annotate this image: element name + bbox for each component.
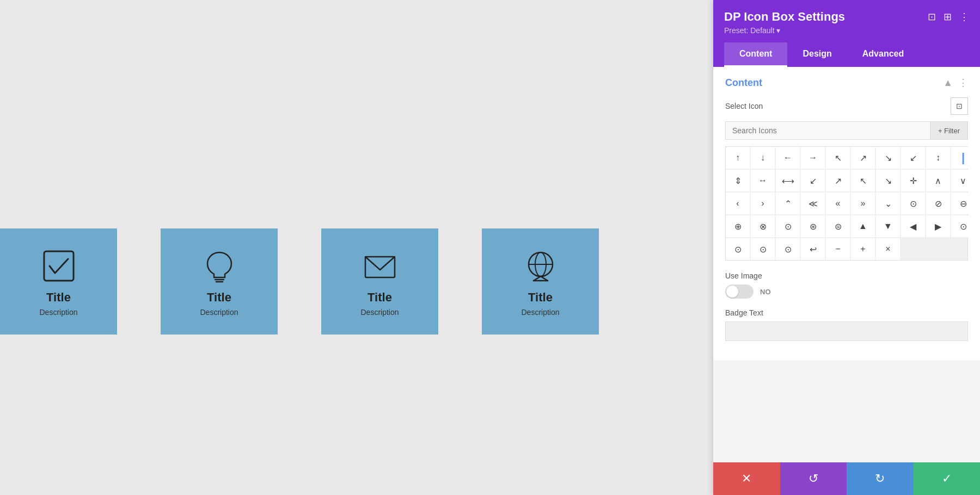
icon-cell[interactable]: ×	[876, 238, 900, 260]
icon-cell[interactable]: ↘	[876, 170, 900, 191]
use-image-field: Use Image NO	[725, 271, 968, 299]
section-title: Content	[725, 77, 762, 89]
search-icons-input[interactable]	[726, 122, 930, 139]
icon-cell[interactable]: ↩	[801, 238, 825, 260]
icon-cell[interactable]: |	[951, 147, 968, 169]
icon-box-3[interactable]: Title Description	[321, 228, 438, 335]
badge-text-field: Badge Text	[725, 308, 968, 341]
cancel-icon: ✕	[742, 472, 751, 486]
toggle-thumb	[726, 286, 738, 298]
envelope-icon	[361, 247, 399, 285]
icon-box-2[interactable]: Title Description	[161, 228, 278, 335]
icon-cell[interactable]: ↙	[801, 170, 825, 191]
refresh-button[interactable]: ↻	[847, 462, 914, 495]
section-collapse-icon[interactable]: ▲	[943, 77, 953, 89]
icon-cell[interactable]: ⊙	[726, 238, 750, 260]
icon-cell[interactable]: ↔	[751, 170, 775, 191]
panel-header-icons: ⊡ ⊞ ⋮	[928, 11, 969, 23]
icon-cell[interactable]: ⌄	[876, 193, 900, 214]
icon-cell[interactable]: ↗	[851, 147, 875, 169]
icon-cell[interactable]: ✛	[901, 170, 925, 191]
panel-more-icon[interactable]: ⋮	[959, 11, 969, 23]
icon-cell[interactable]: ◀	[901, 215, 925, 237]
icon-cell[interactable]: +	[851, 238, 875, 260]
icon-cell[interactable]: ↕	[926, 147, 950, 169]
panel-header: DP Icon Box Settings ⊡ ⊞ ⋮ Preset: Defau…	[713, 0, 980, 67]
icon-box-4[interactable]: Title Description	[482, 228, 599, 335]
tab-advanced[interactable]: Advanced	[847, 42, 919, 67]
search-filter-row: + Filter	[725, 121, 968, 140]
icon-cell[interactable]: ⊜	[826, 215, 850, 237]
icon-cell[interactable]: ↗	[826, 170, 850, 191]
section-header: Content ▲ ⋮	[725, 77, 968, 89]
section-more-icon[interactable]: ⋮	[958, 77, 968, 89]
icon-cell[interactable]: ↑	[726, 147, 750, 169]
icon-cell[interactable]: ←	[776, 147, 800, 169]
select-icon-row: Select Icon ⊡	[725, 97, 968, 115]
section-header-icons: ▲ ⋮	[943, 77, 968, 89]
icon-cell[interactable]: →	[801, 147, 825, 169]
panel-split-icon[interactable]: ⊞	[944, 11, 952, 23]
icon-cell[interactable]: ⊙	[776, 238, 800, 260]
svg-rect-0	[44, 251, 74, 281]
icon-cell[interactable]: ⊛	[801, 215, 825, 237]
reset-icon: ↺	[808, 472, 818, 486]
use-image-label: Use Image	[725, 271, 968, 280]
icon-cell[interactable]: ‹	[726, 193, 750, 214]
icon-cell[interactable]: ▶	[926, 215, 950, 237]
icon-cell[interactable]: ↖	[851, 170, 875, 191]
filter-btn[interactable]: + Filter	[930, 122, 967, 139]
icon-cell[interactable]: »	[851, 193, 875, 214]
select-icon-label: Select Icon	[725, 102, 763, 110]
icon-cell[interactable]: ↙	[901, 147, 925, 169]
select-icon-expand-btn[interactable]: ⊡	[951, 97, 968, 115]
settings-panel: DP Icon Box Settings ⊡ ⊞ ⋮ Preset: Defau…	[713, 0, 980, 495]
globe-icon	[522, 247, 560, 285]
icon-cell[interactable]: ∧	[926, 170, 950, 191]
refresh-icon: ↻	[875, 472, 885, 486]
icon-cell[interactable]: ▲	[851, 215, 875, 237]
icon-box-4-desc: Description	[521, 308, 559, 317]
panel-body: Content ▲ ⋮ Select Icon ⊡ + Filter	[713, 67, 980, 462]
panel-preset[interactable]: Preset: Default ▾	[724, 26, 969, 35]
icon-cell[interactable]: ⊙	[751, 238, 775, 260]
icon-cell[interactable]: ↘	[876, 147, 900, 169]
icon-box-1[interactable]: Title Description	[0, 228, 117, 335]
reset-button[interactable]: ↺	[780, 462, 847, 495]
use-image-toggle[interactable]	[725, 284, 754, 299]
panel-expand-icon[interactable]: ⊡	[928, 11, 936, 23]
icon-cell[interactable]: ⊘	[926, 193, 950, 214]
icon-grid: ↑ ↓ ← → ↖ ↗ ↘ ↙ ↕ | ⇕ ↔ ⟷ ↙ ↗ ↖	[725, 146, 968, 261]
cancel-button[interactable]: ✕	[713, 462, 780, 495]
save-icon: ✓	[942, 472, 952, 486]
icon-cell[interactable]: ⌃	[776, 193, 800, 214]
icon-boxes-row: Title Description Title Description Titl…	[0, 228, 599, 335]
badge-text-input[interactable]	[725, 321, 968, 341]
icon-cell[interactable]: «	[826, 193, 850, 214]
icon-cell[interactable]: −	[826, 238, 850, 260]
icon-cell[interactable]: ↓	[751, 147, 775, 169]
icon-cell[interactable]: ⟷	[776, 170, 800, 191]
panel-tabs: Content Design Advanced	[724, 42, 969, 67]
icon-cell[interactable]: ⊙	[776, 215, 800, 237]
icon-cell[interactable]: ▼	[876, 215, 900, 237]
icon-cell[interactable]: ⊕	[726, 215, 750, 237]
icon-box-3-title: Title	[367, 290, 392, 305]
icon-cell[interactable]: ⊙	[901, 193, 925, 214]
icon-cell[interactable]: ›	[751, 193, 775, 214]
icon-cell[interactable]: ↖	[826, 147, 850, 169]
checkbox-icon	[40, 247, 78, 285]
icon-box-4-title: Title	[528, 290, 553, 305]
icon-cell[interactable]: ⊖	[951, 193, 968, 214]
icon-cell[interactable]: ⊙	[951, 215, 968, 237]
tab-design[interactable]: Design	[787, 42, 847, 67]
icon-cell[interactable]: ⇕	[726, 170, 750, 191]
lightbulb-icon	[200, 247, 238, 285]
tab-content[interactable]: Content	[724, 42, 787, 67]
content-section: Content ▲ ⋮ Select Icon ⊡ + Filter	[713, 67, 980, 361]
save-button[interactable]: ✓	[914, 462, 981, 495]
icon-cell[interactable]: ⊗	[751, 215, 775, 237]
icon-cell[interactable]: ≪	[801, 193, 825, 214]
icon-cell[interactable]: ∨	[951, 170, 968, 191]
panel-footer: ✕ ↺ ↻ ✓	[713, 462, 980, 495]
